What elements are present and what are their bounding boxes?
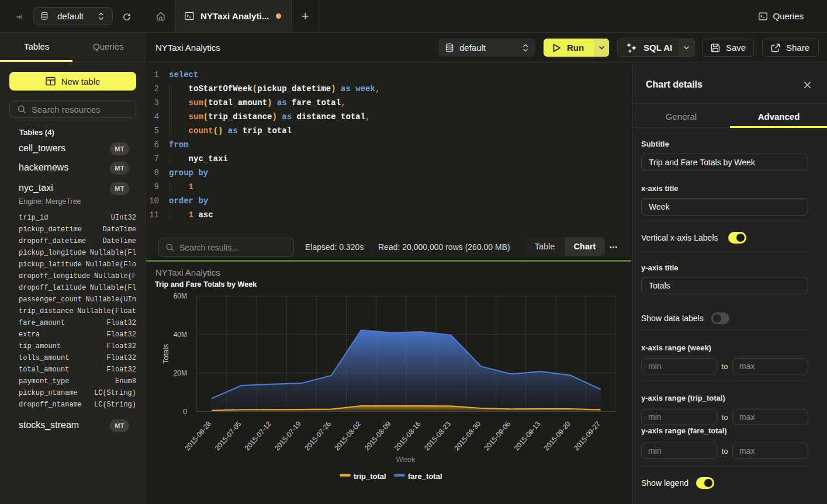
svg-text:NYTaxi Analytics: NYTaxi Analytics <box>155 267 220 277</box>
svg-text:2015-08-23: 2015-08-23 <box>423 420 452 453</box>
svg-text:2015-08-09: 2015-08-09 <box>363 420 393 453</box>
svg-text:2015-09-20: 2015-09-20 <box>542 420 572 453</box>
svg-text:2015-08-16: 2015-08-16 <box>393 420 423 453</box>
svg-text:Trip and Fare Totals by Week: Trip and Fare Totals by Week <box>155 280 257 289</box>
svg-text:2015-07-05: 2015-07-05 <box>213 420 243 453</box>
svg-text:2015-07-26: 2015-07-26 <box>303 420 333 453</box>
svg-text:2015-07-19: 2015-07-19 <box>273 420 303 453</box>
svg-text:2015-07-12: 2015-07-12 <box>243 420 273 453</box>
svg-text:60M: 60M <box>174 292 187 300</box>
svg-text:Totals: Totals <box>161 344 170 364</box>
svg-text:2015-09-27: 2015-09-27 <box>572 420 602 453</box>
svg-text:fare_total: fare_total <box>408 472 442 481</box>
svg-text:2015-09-06: 2015-09-06 <box>482 420 512 453</box>
svg-text:0: 0 <box>183 408 187 416</box>
svg-text:trip_total: trip_total <box>354 472 386 481</box>
svg-text:2015-06-28: 2015-06-28 <box>183 420 213 453</box>
svg-text:2015-09-13: 2015-09-13 <box>513 420 542 453</box>
svg-text:2015-08-02: 2015-08-02 <box>333 420 362 453</box>
svg-text:20M: 20M <box>174 369 187 377</box>
svg-text:2015-08-30: 2015-08-30 <box>452 420 482 453</box>
svg-text:40M: 40M <box>174 331 187 339</box>
svg-text:Week: Week <box>396 455 416 464</box>
